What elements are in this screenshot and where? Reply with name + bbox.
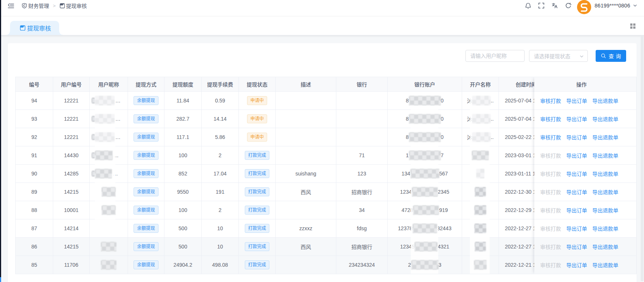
breadcrumb: 财务管理 > 提现审核 <box>22 0 87 11</box>
menu-fold-icon[interactable] <box>7 2 14 9</box>
redacted-char-sliver <box>92 152 95 158</box>
export-order-link[interactable]: 导出订单 <box>566 225 587 232</box>
cell-id: 87 <box>16 219 53 238</box>
translate-icon[interactable] <box>548 0 561 12</box>
cell-method: 余额提现 <box>128 165 164 183</box>
export-refund-link[interactable]: 导出退款单 <box>592 152 618 159</box>
export-order-link[interactable]: 导出订单 <box>566 243 587 250</box>
redacted-suffix: 0 <box>441 98 444 104</box>
column-header-desc: 描述 <box>276 77 336 92</box>
breadcrumb-item-withdraw-review[interactable]: 提现审核 <box>60 2 87 9</box>
redacted-ellipsis: … <box>115 116 121 122</box>
export-order-link[interactable]: 导出订单 <box>566 115 587 123</box>
cell-method: 余额提现 <box>128 219 164 238</box>
export-refund-link[interactable]: 导出退款单 <box>592 133 618 141</box>
status-tag: 打款完成 <box>245 187 269 196</box>
chevron-down-icon[interactable] <box>633 3 637 8</box>
export-order-link[interactable]: 导出订单 <box>566 188 587 196</box>
redacted-prefix: 134 <box>401 171 410 177</box>
cell-holder: 沐.. <box>462 110 499 128</box>
export-refund-link[interactable]: 导出退款单 <box>592 97 618 104</box>
redacted-suffix: 4321 <box>438 244 449 250</box>
redacted-mosaic <box>472 132 491 142</box>
export-refund-link[interactable]: 导出退款单 <box>592 206 618 214</box>
export-refund-link[interactable]: 导出退款单 <box>592 243 618 250</box>
cell-desc <box>276 128 336 146</box>
scrollbar-track[interactable] <box>641 36 644 281</box>
method-tag: 余额提现 <box>134 224 158 233</box>
cell-fee: 2 <box>202 201 239 219</box>
cell-fee: 498.08 <box>202 256 239 274</box>
avatar[interactable] <box>577 0 591 14</box>
tab-withdraw-review[interactable]: 提现审核 <box>10 21 59 35</box>
export-refund-link[interactable]: 导出退款单 <box>592 225 618 232</box>
cell-id: 85 <box>16 256 53 274</box>
export-refund-link[interactable]: 导出退款单 <box>592 188 618 196</box>
cell-nickname: … <box>90 128 128 146</box>
redacted-mosaic <box>414 242 438 251</box>
redacted-suffix: 567 <box>439 171 448 177</box>
ops-cell: 审核打款导出订单导出退款单 <box>534 92 636 110</box>
redacted-mosaic <box>409 114 441 124</box>
cell-user_id: 14215 <box>53 238 90 256</box>
grid-icon[interactable] <box>630 23 635 29</box>
account-name[interactable]: 86199****0806 <box>595 3 630 9</box>
redacted-suffix: .. <box>491 98 494 104</box>
status-tag: 申请中 <box>247 133 267 142</box>
export-order-link[interactable]: 导出订单 <box>566 261 587 269</box>
bell-icon[interactable] <box>521 0 535 12</box>
export-order-link[interactable]: 导出订单 <box>566 97 587 104</box>
review-payment-link[interactable]: 审核打款 <box>540 133 561 141</box>
export-order-link[interactable]: 导出订单 <box>566 170 587 177</box>
cell-holder <box>462 146 499 165</box>
cell-bank: fdsg <box>336 219 388 238</box>
cell-status: 打款完成 <box>239 146 276 165</box>
redacted-suffix: 2345 <box>438 189 449 195</box>
cell-account: 80 <box>388 128 462 146</box>
redacted-mosaic <box>413 205 439 215</box>
topbar: 财务管理 > 提现审核 <box>1 0 644 16</box>
cell-user_id: 10001 <box>53 201 90 219</box>
breadcrumb-label: 提现审核 <box>66 2 87 9</box>
cell-status: 申请中 <box>239 110 276 128</box>
finance-shield-icon <box>22 3 27 9</box>
status-tag: 申请中 <box>247 96 267 105</box>
cell-holder: 沐.. <box>462 128 499 146</box>
cell-fee: 10 <box>202 219 239 238</box>
cell-bank <box>336 92 388 110</box>
export-refund-link[interactable]: 导出退款单 <box>592 115 618 123</box>
cell-bank <box>336 110 388 128</box>
fullscreen-icon[interactable] <box>535 0 548 12</box>
export-order-link[interactable]: 导出订单 <box>566 206 587 214</box>
export-refund-link[interactable]: 导出退款单 <box>592 170 618 177</box>
export-refund-link[interactable]: 导出退款单 <box>592 261 618 269</box>
cell-id: 90 <box>16 165 53 183</box>
export-order-link[interactable]: 导出订单 <box>566 152 587 159</box>
redacted-mosaic <box>474 224 486 233</box>
method-tag: 余额提现 <box>134 260 158 269</box>
ops-cell: 审核打款导出订单导出退款单 <box>534 165 636 183</box>
cell-status: 打款完成 <box>239 165 276 183</box>
cell-account: 1237832443 <box>388 219 462 238</box>
redacted-mosaic <box>413 224 437 233</box>
status-select[interactable]: 请选择提现状态 <box>529 50 588 62</box>
review-payment-link: 审核打款 <box>540 261 561 269</box>
column-header-method: 提现方式 <box>128 77 164 92</box>
method-tag: 余额提现 <box>134 187 158 196</box>
breadcrumb-item-finance[interactable]: 财务管理 <box>22 2 49 9</box>
refresh-icon[interactable] <box>561 0 575 12</box>
column-header-user_id: 用户编号 <box>53 77 90 92</box>
redacted-mosaic <box>474 205 486 215</box>
export-order-link[interactable]: 导出订单 <box>566 133 587 141</box>
query-button[interactable]: 查询 <box>596 50 626 62</box>
column-header-ops: 操作 <box>534 77 636 92</box>
redacted-prefix: 12378 <box>398 225 413 231</box>
review-payment-link[interactable]: 审核打款 <box>540 97 561 104</box>
review-payment-link[interactable]: 审核打款 <box>540 115 561 123</box>
review-payment-link: 审核打款 <box>540 225 561 232</box>
cell-desc: 西风 <box>276 238 336 256</box>
breadcrumb-separator: > <box>52 3 56 9</box>
nickname-search-input[interactable] <box>465 50 525 62</box>
redacted-mosaic <box>472 96 491 105</box>
cell-bank: 34 <box>336 201 388 219</box>
